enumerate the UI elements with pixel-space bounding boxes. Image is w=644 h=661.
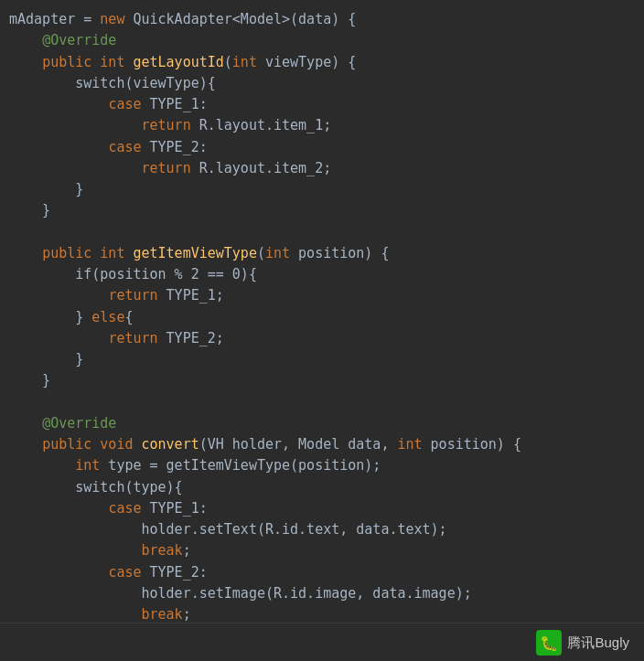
code-line: mAdapter = new QuickAdapter<Model>(data)… xyxy=(9,9,635,30)
code-token: QuickAdapter<Model>(data) { xyxy=(124,11,356,27)
code-token: case xyxy=(108,96,141,112)
code-line: public int getItemViewType(int position)… xyxy=(9,243,635,264)
code-token: } xyxy=(9,372,50,389)
code-token: int xyxy=(75,457,100,474)
code-token: return xyxy=(142,117,191,133)
code-line: } xyxy=(9,200,635,221)
code-token: else xyxy=(91,309,124,325)
code-token: case xyxy=(108,500,141,517)
code-token: ( xyxy=(224,54,232,70)
code-line: } else{ xyxy=(9,307,635,328)
code-token xyxy=(91,54,100,70)
code-token xyxy=(133,436,141,453)
code-line: return TYPE_2; xyxy=(9,328,635,349)
code-line: switch(type){ xyxy=(9,477,635,498)
code-line: holder.setImage(R.id.image, data.image); xyxy=(9,583,635,604)
code-token: int xyxy=(100,54,124,70)
code-token: return xyxy=(142,160,191,176)
code-token: holder.setText(R.id.text, data.text); xyxy=(9,521,447,538)
code-token: public xyxy=(42,54,91,70)
code-token: TYPE_1: xyxy=(142,500,208,517)
code-token: break xyxy=(142,606,183,623)
code-line: return R.layout.item_1; xyxy=(9,115,635,136)
code-line: return TYPE_1; xyxy=(9,285,635,306)
code-token: public xyxy=(42,245,91,261)
code-line: case TYPE_1: xyxy=(9,94,635,115)
code-line: public void convert(VH holder, Model dat… xyxy=(9,434,635,455)
code-block: mAdapter = new QuickAdapter<Model>(data)… xyxy=(0,9,644,661)
bugly-text: 腾讯Bugly xyxy=(567,632,629,653)
code-token xyxy=(9,96,108,112)
code-token xyxy=(9,500,108,517)
bugly-icon: 🐛 xyxy=(536,630,562,656)
code-token: getItemViewType xyxy=(133,245,256,261)
code-token xyxy=(9,117,142,133)
code-line: @Override xyxy=(9,30,635,51)
code-token xyxy=(9,160,142,176)
code-token: TYPE_2: xyxy=(142,139,208,155)
code-token: position) { xyxy=(423,436,521,453)
code-line: case TYPE_2: xyxy=(9,562,635,583)
code-token xyxy=(9,436,42,453)
code-token: ; xyxy=(183,606,191,623)
code-line: switch(viewType){ xyxy=(9,73,635,94)
code-token: return xyxy=(108,287,157,304)
code-line: break; xyxy=(9,540,635,561)
code-line xyxy=(9,222,635,243)
code-token: switch(viewType){ xyxy=(9,75,216,91)
code-token: @Override xyxy=(42,415,116,432)
code-token xyxy=(9,606,142,623)
code-token xyxy=(9,139,108,155)
code-line: case TYPE_2: xyxy=(9,137,635,158)
code-token: viewType) { xyxy=(257,54,356,70)
code-token: @Override xyxy=(42,32,116,48)
code-token: case xyxy=(108,564,141,581)
code-token xyxy=(9,32,42,48)
code-token xyxy=(9,457,75,474)
code-token: case xyxy=(108,139,141,155)
code-token: { xyxy=(124,309,133,325)
code-line: if(position % 2 == 0){ xyxy=(9,264,635,285)
code-token: if(position % 2 == 0){ xyxy=(9,266,257,283)
code-line: int type = getItemViewType(position); xyxy=(9,455,635,476)
code-token xyxy=(9,564,108,581)
code-token: type = getItemViewType(position); xyxy=(100,457,381,474)
code-token: R.layout.item_1; xyxy=(191,117,332,133)
code-token xyxy=(91,436,100,453)
code-token xyxy=(9,415,42,432)
code-line: public int getLayoutId(int viewType) { xyxy=(9,52,635,73)
code-token: return xyxy=(108,330,157,346)
code-token xyxy=(9,287,108,304)
code-token xyxy=(91,245,100,261)
code-token: new xyxy=(100,11,124,27)
code-token: break xyxy=(142,542,183,559)
code-token: int xyxy=(397,436,422,453)
code-line: } xyxy=(9,179,635,200)
code-token: int xyxy=(100,245,124,261)
code-token: R.layout.item_2; xyxy=(191,160,332,176)
code-token: TYPE_2: xyxy=(142,564,208,581)
code-line: } xyxy=(9,349,635,370)
code-token xyxy=(9,54,42,70)
code-token: mAdapter xyxy=(9,11,75,27)
code-token: void xyxy=(100,436,133,453)
code-token: int xyxy=(265,245,290,261)
code-token xyxy=(9,330,108,346)
code-token: holder.setImage(R.id.image, data.image); xyxy=(9,585,472,602)
code-token: TYPE_1: xyxy=(142,96,208,112)
code-token: } xyxy=(9,351,83,368)
code-editor: mAdapter = new QuickAdapter<Model>(data)… xyxy=(0,0,644,661)
code-token: ( xyxy=(257,245,265,261)
bugly-logo: 🐛 腾讯Bugly xyxy=(536,630,629,656)
code-line xyxy=(9,392,635,413)
code-token: convert xyxy=(142,436,199,453)
code-token: position) { xyxy=(290,245,389,261)
code-line: @Override xyxy=(9,413,635,434)
code-token: } xyxy=(9,309,91,325)
code-token xyxy=(9,245,42,261)
code-line: } xyxy=(9,370,635,391)
code-token: ; xyxy=(183,542,191,559)
code-token: (VH holder, Model data, xyxy=(199,436,398,453)
code-token xyxy=(9,542,142,559)
code-token: getLayoutId xyxy=(133,54,223,70)
